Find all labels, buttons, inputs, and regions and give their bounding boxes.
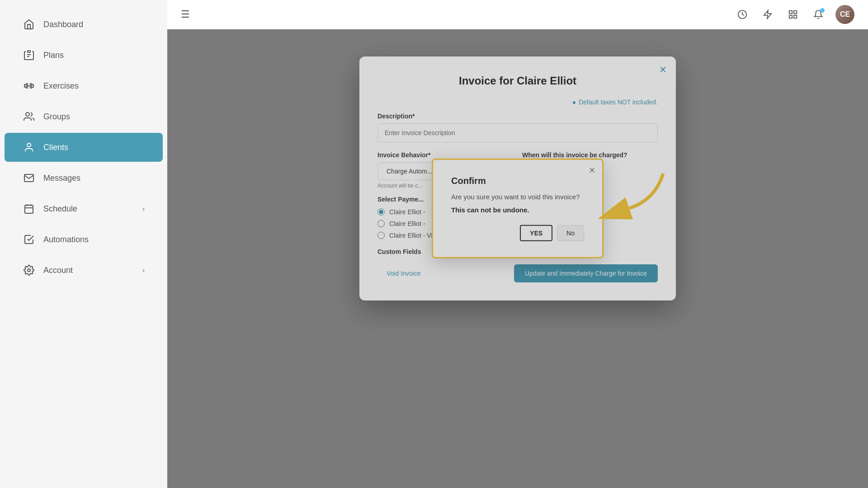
svg-point-8 [26,113,29,116]
sidebar-label-automations: Automations [43,235,89,244]
confirm-warning: This can not be undone. [451,206,584,214]
envelope-icon [23,172,35,184]
payment-radio-3[interactable] [377,232,385,239]
sidebar-item-automations[interactable]: Automations [5,225,163,254]
payment-label-1: Claire Elliot - [389,208,425,216]
chevron-right-icon: › [142,205,145,212]
modal-overlay[interactable]: ✕ Invoice for Claire Elliot ● Default ta… [167,29,868,488]
svg-point-14 [28,269,30,272]
svg-rect-20 [794,15,797,18]
invoice-modal: ✕ Invoice for Claire Elliot ● Default ta… [359,56,676,300]
svg-rect-19 [789,15,792,18]
sidebar-label-schedule: Schedule [43,204,77,214]
user-icon [23,141,35,154]
grid-icon[interactable] [785,6,801,23]
lightning-icon[interactable] [760,6,776,23]
calendar-icon [23,202,35,215]
avatar[interactable]: CE [835,5,854,24]
sidebar-label-dashboard: Dashboard [43,20,83,29]
svg-rect-17 [789,11,792,14]
sidebar: Dashboard Plans Exercises [0,0,167,488]
svg-point-9 [27,143,31,147]
chevron-right-account-icon: › [142,267,145,274]
sidebar-label-messages: Messages [43,174,80,183]
tax-notice: ● Default taxes NOT included. [377,99,658,106]
confirm-title: Confirm [451,176,584,186]
payment-radio-1[interactable] [377,208,385,216]
sidebar-label-exercises: Exercises [43,81,79,91]
payment-label-2: Claire Elliot - [389,220,425,227]
confirm-yes-button[interactable]: YES [520,225,552,241]
sidebar-item-groups[interactable]: Groups [5,102,163,131]
confirm-dialog: ✕ Confirm Are you sure you want to void … [432,159,604,258]
modal-footer: Void Invoice Update and Immediately Char… [377,264,658,282]
sidebar-label-plans: Plans [43,51,64,60]
users-icon [23,110,35,123]
confirm-message: Are you sure you want to void this invoi… [451,193,584,201]
svg-rect-5 [26,84,28,88]
gear-icon [23,264,35,277]
confirm-close-button[interactable]: ✕ [589,165,595,175]
info-circle-icon: ● [572,99,576,106]
sidebar-item-exercises[interactable]: Exercises [5,71,163,100]
invoice-modal-title: Invoice for Claire Elliot [377,75,658,87]
bell-icon[interactable] [810,6,826,23]
sidebar-item-schedule[interactable]: Schedule › [5,194,163,223]
invoice-behavior-label: Invoice Behavior* [377,151,513,159]
avatar-image: CE [835,5,854,24]
header-bar: ☰ [167,0,868,29]
check-square-icon [23,233,35,246]
svg-rect-6 [30,84,32,88]
home-icon [23,18,35,31]
history-icon[interactable] [734,6,750,23]
charge-invoice-button[interactable]: Update and Immediately Charge for Invoic… [514,264,658,282]
description-input[interactable] [377,123,658,142]
modal-close-button[interactable]: ✕ [656,63,669,76]
sidebar-label-clients: Clients [43,143,68,152]
dumbbell-icon [23,80,35,92]
sidebar-item-messages[interactable]: Messages [5,164,163,192]
sidebar-label-groups: Groups [43,112,70,122]
sidebar-item-dashboard[interactable]: Dashboard [5,10,163,39]
svg-rect-18 [794,11,797,14]
hamburger-button[interactable]: ☰ [181,9,190,20]
sidebar-label-account: Account [43,266,73,275]
main-area: ☰ [167,0,868,488]
notification-badge [820,8,825,13]
void-invoice-button[interactable]: Void Invoice [377,264,430,282]
when-charged-label: When will this invoice be charged? [522,151,658,159]
confirm-buttons: YES No [451,225,584,241]
background-content: ✕ Invoice for Claire Elliot ● Default ta… [167,29,868,488]
confirm-no-button[interactable]: No [557,225,584,241]
svg-rect-10 [25,205,33,213]
sidebar-item-clients[interactable]: Clients [5,133,163,162]
description-section: Description* [377,113,658,142]
payment-radio-2[interactable] [377,220,385,227]
sidebar-item-account[interactable]: Account › [5,256,163,285]
description-label: Description* [377,113,658,120]
header-icons: CE [734,5,854,24]
sidebar-item-plans[interactable]: Plans [5,41,163,70]
svg-marker-16 [764,10,772,19]
clipboard-icon [23,49,35,61]
svg-rect-0 [28,51,30,52]
